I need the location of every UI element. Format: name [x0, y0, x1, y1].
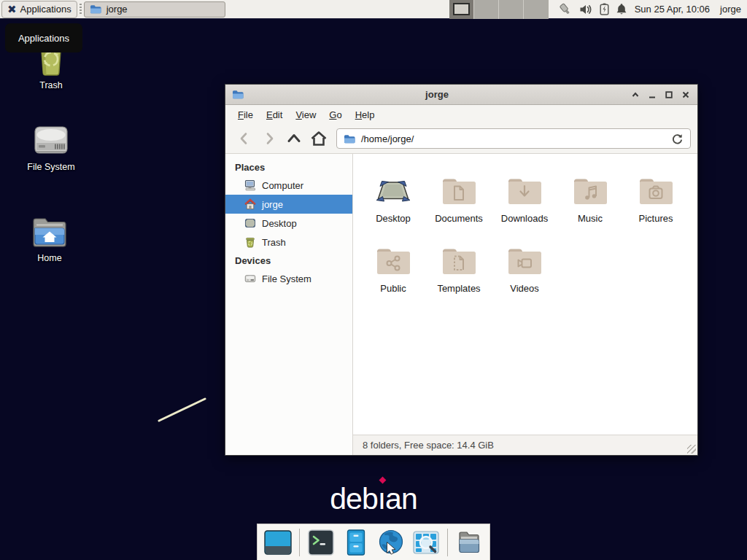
desktop-icon-file-system[interactable]: File System: [15, 121, 88, 172]
dock-panel: [257, 524, 490, 560]
directory-menu-button[interactable]: [455, 529, 483, 556]
home-button[interactable]: [306, 128, 331, 149]
chevron-up-icon: [286, 131, 302, 146]
taskbar-window-button[interactable]: jorge: [84, 1, 225, 18]
workspace-1[interactable]: [449, 0, 474, 19]
panel-user-menu[interactable]: jorge: [720, 4, 741, 15]
sidebar-item-desktop[interactable]: Desktop: [225, 214, 352, 233]
xfce-logo-icon: ✖: [7, 4, 17, 15]
sidebar-header-places: Places: [225, 158, 352, 176]
workspace-3[interactable]: [499, 0, 524, 19]
templates-folder-icon: [440, 237, 478, 276]
menu-view[interactable]: View: [289, 107, 322, 122]
chevron-left-icon: [237, 131, 252, 146]
applications-menu-button[interactable]: ✖ Applications: [1, 1, 77, 18]
sidebar-item-jorge[interactable]: jorge: [225, 195, 352, 214]
file-item-public[interactable]: Public: [360, 234, 426, 304]
system-tray: [558, 3, 627, 16]
home-icon: [310, 131, 328, 147]
videos-folder-icon: [506, 237, 543, 276]
desktop-icon-label: Home: [37, 253, 61, 263]
panel-handle[interactable]: [80, 4, 82, 15]
forward-button[interactable]: [257, 128, 282, 149]
desktop-icon-home[interactable]: Home: [13, 215, 86, 263]
maximize-button[interactable]: [664, 90, 674, 100]
downloads-folder-icon: [506, 167, 543, 206]
panel-clock: Sun 25 Apr, 10:06: [635, 4, 710, 15]
web-browser-launcher[interactable]: [377, 529, 405, 556]
file-label: Videos: [510, 283, 539, 294]
show-desktop-button[interactable]: [264, 529, 292, 556]
shade-button[interactable]: [630, 90, 640, 100]
file-grid: Desktop Documents: [353, 154, 697, 435]
home-folder-icon: [30, 215, 69, 250]
minimize-button[interactable]: [647, 90, 657, 100]
removable-device-icon[interactable]: [558, 3, 573, 16]
sidebar: Places Computer: [225, 154, 353, 455]
toolbar: /home/jorge/: [225, 124, 697, 154]
file-item-downloads[interactable]: Downloads: [492, 164, 557, 234]
sidebar-item-trash[interactable]: Trash: [225, 233, 352, 252]
sidebar-item-file-system[interactable]: File System: [225, 269, 352, 288]
menu-file[interactable]: File: [231, 107, 260, 122]
application-finder-launcher[interactable]: [412, 529, 440, 556]
location-bar[interactable]: /home/jorge/: [336, 128, 691, 149]
window-titlebar[interactable]: jorge: [225, 85, 697, 105]
status-bar: 8 folders, Free space: 14.4 GiB: [353, 435, 697, 455]
file-item-desktop[interactable]: Desktop: [360, 164, 426, 234]
window-body: Places Computer: [225, 154, 697, 455]
file-item-videos[interactable]: Videos: [492, 234, 557, 304]
home-icon: [244, 198, 256, 210]
file-item-music[interactable]: Music: [557, 164, 623, 234]
workspace-window-thumb: [453, 3, 470, 15]
resize-grip[interactable]: [687, 445, 696, 454]
chevron-right-icon: [262, 131, 276, 146]
battery-icon[interactable]: [600, 3, 609, 15]
hard-drive-icon: [244, 273, 256, 284]
folder-view: Desktop Documents: [353, 154, 697, 455]
close-button[interactable]: [681, 90, 691, 100]
logo-text: an: [385, 482, 417, 516]
hard-drive-icon: [31, 121, 71, 159]
file-item-documents[interactable]: Documents: [426, 164, 492, 234]
sidebar-item-computer[interactable]: Computer: [225, 176, 352, 195]
location-path[interactable]: /home/jorge/: [361, 133, 665, 144]
file-label: Desktop: [376, 213, 411, 224]
dock-separator: [447, 529, 448, 556]
file-label: Music: [578, 213, 603, 224]
status-text: 8 folders, Free space: 14.4 GiB: [363, 440, 494, 451]
menu-help[interactable]: Help: [349, 107, 382, 122]
public-folder-icon: [374, 237, 412, 276]
sidebar-item-label: Computer: [262, 180, 303, 191]
sidebar-item-label: Trash: [262, 237, 286, 248]
tooltip-text: Applications: [18, 33, 69, 44]
reload-icon[interactable]: [671, 133, 684, 145]
file-manager-launcher[interactable]: [342, 529, 370, 556]
desktop-icon-label: Trash: [39, 80, 63, 90]
menu-bar: File Edit View Go Help: [225, 105, 697, 124]
music-folder-icon: [571, 167, 609, 206]
trash-icon: [244, 236, 256, 248]
terminal-launcher[interactable]: [307, 529, 335, 556]
up-button[interactable]: [282, 128, 306, 149]
desktop-icon: [244, 217, 256, 229]
folder-icon: [90, 4, 101, 14]
volume-icon[interactable]: [579, 4, 593, 15]
window-controls: [630, 90, 691, 100]
menu-go[interactable]: Go: [322, 107, 348, 122]
file-label: Pictures: [639, 213, 673, 224]
menu-edit[interactable]: Edit: [260, 107, 289, 122]
computer-icon: [244, 179, 256, 191]
sidebar-item-label: File System: [262, 273, 311, 284]
workspace-2[interactable]: [474, 0, 499, 19]
file-label: Downloads: [501, 213, 548, 224]
pictures-folder-icon: [637, 167, 675, 206]
applications-tooltip: Applications: [5, 23, 82, 52]
back-button[interactable]: [232, 128, 257, 149]
notifications-bell-icon[interactable]: [616, 3, 627, 15]
workspace-4[interactable]: [524, 0, 549, 19]
logo-dotless-i: ı: [378, 482, 385, 516]
file-item-pictures[interactable]: Pictures: [623, 164, 689, 234]
file-label: Documents: [435, 213, 483, 224]
file-item-templates[interactable]: Templates: [426, 234, 492, 304]
